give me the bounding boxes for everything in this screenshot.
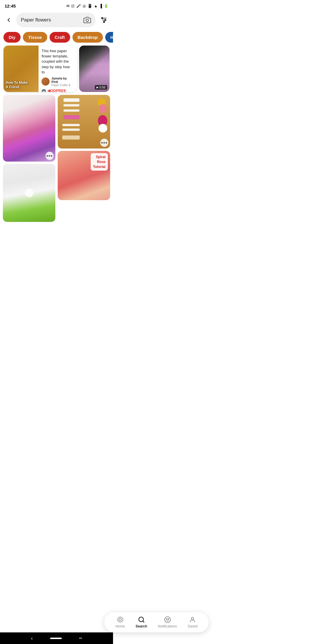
pin-craft-supplies[interactable]: ••• [58, 95, 110, 149]
filter-button[interactable] [98, 14, 110, 26]
signal-icon: ▐ [99, 4, 102, 8]
video-duration-badge: ▶ 0:56 [95, 85, 107, 90]
chips-row: Diy Tissue Craft Backdrop How to m [0, 30, 113, 46]
featured-content: This free paper flower template, coupled… [39, 46, 77, 92]
chip-craft[interactable]: Craft [50, 32, 70, 43]
pins-col-left: ••• [3, 95, 55, 222]
pin-green-stems[interactable] [3, 164, 55, 222]
featured-card[interactable]: How To MakeA Cricut This free paper flow… [3, 46, 77, 92]
pin-spiral-rose[interactable]: SpiralRoseTutorial [58, 151, 110, 200]
vibrate-icon: 📳 [88, 4, 92, 8]
author-sub: Paper Crafts & [51, 84, 74, 87]
pins-grid: ••• [0, 95, 113, 222]
status-icons: ✉ ⊡ 🎤 ◎ 📳 ▲ ▐ 🔋 [66, 4, 108, 8]
svg-point-6 [103, 21, 105, 22]
back-button[interactable] [3, 15, 14, 25]
battery-icon: 🔋 [104, 4, 108, 8]
camera-search-icon[interactable] [83, 16, 91, 24]
pin-more-button[interactable]: ••• [46, 152, 54, 160]
svg-point-5 [105, 19, 106, 21]
chip-diy[interactable]: Diy [3, 32, 21, 43]
spiral-rose-overlay: SpiralRoseTutorial [91, 153, 108, 171]
search-query: Paper flowers [21, 17, 81, 23]
featured-author: Jamela by Pink Paper Crafts & [41, 77, 74, 87]
pin-craft-more-button[interactable]: ••• [100, 139, 108, 147]
chip-tissue[interactable]: Tissue [23, 32, 47, 43]
side-card[interactable]: ▶ 0:56 [79, 46, 110, 92]
author-avatar [41, 77, 50, 86]
chip-how-to[interactable]: How to m [105, 32, 113, 43]
featured-image: How To MakeA Cricut [3, 46, 39, 92]
mic-icon: 🎤 [76, 4, 81, 8]
wifi-icon: ▲ [94, 4, 98, 8]
author-name: Jamela by Pink [51, 77, 74, 84]
photo-icon: ⊡ [71, 4, 74, 8]
pin-roses[interactable]: ••• [3, 95, 55, 162]
chip-backdrop[interactable]: Backdrop [72, 32, 103, 43]
featured-row: How To MakeA Cricut This free paper flow… [0, 46, 113, 92]
svg-point-0 [86, 19, 89, 22]
search-bar[interactable]: Paper flowers [16, 13, 96, 27]
status-bar: 12:45 ✉ ⊡ 🎤 ◎ 📳 ▲ ▐ 🔋 [0, 0, 113, 10]
featured-description: This free paper flower template, coupled… [41, 48, 74, 75]
mail-icon: ✉ [66, 4, 70, 8]
featured-overlay-text: How To MakeA Cricut [6, 81, 28, 90]
dnd-icon: ◎ [83, 4, 86, 8]
search-header: Paper flowers [0, 10, 113, 30]
svg-point-4 [101, 17, 103, 19]
pins-col-right: ••• SpiralRoseTutorial [58, 95, 110, 222]
brand-logo: 🎮 ◀ODPREE [41, 88, 74, 92]
status-time: 12:45 [5, 3, 16, 8]
